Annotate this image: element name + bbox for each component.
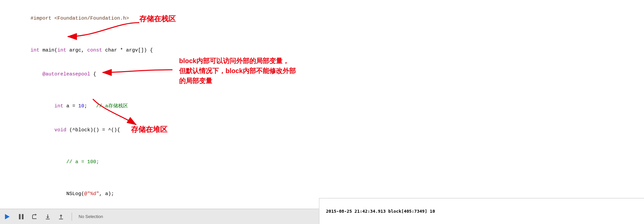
pause-icon: [18, 213, 24, 220]
code-token: // a = 100;: [66, 159, 99, 165]
code-area: #import <Foundation/Foundation.h> int ma…: [0, 0, 644, 209]
console-area: 2015-08-25 21:42:34.913 block[405:7349] …: [319, 198, 644, 224]
pause-button[interactable]: [17, 213, 25, 221]
code-token: NSLog(: [31, 191, 84, 197]
toolbar-separator: [72, 213, 72, 221]
code-token: [31, 127, 54, 133]
no-selection-label: No Selection: [79, 214, 103, 219]
code-token: const: [87, 48, 102, 53]
code-line-8: [7, 142, 637, 150]
step-over-icon: [31, 213, 38, 220]
code-token: @autoreleasepool: [42, 71, 90, 77]
code-token: [31, 103, 54, 109]
code-token: int: [57, 48, 66, 53]
svg-marker-6: [46, 217, 49, 218]
code-line-1: #import <Foundation/Foundation.h>: [7, 7, 637, 31]
code-token: @"%d": [84, 191, 99, 197]
step-out-button[interactable]: [57, 213, 65, 221]
code-token: 10: [78, 103, 84, 109]
code-line-2: [7, 31, 637, 39]
svg-rect-2: [22, 214, 24, 219]
play-button[interactable]: [4, 213, 12, 221]
code-token: [31, 159, 66, 165]
code-token: int: [54, 103, 63, 109]
step-over-button[interactable]: [31, 213, 38, 221]
code-token: argc,: [66, 48, 87, 53]
code-line-7: void (^block)() = ^(){: [7, 118, 637, 142]
svg-marker-9: [60, 214, 62, 216]
step-out-icon: [58, 213, 64, 220]
code-content: #import <Foundation/Foundation.h> int ma…: [0, 3, 644, 209]
play-icon: [5, 214, 10, 219]
step-into-button[interactable]: [44, 213, 52, 221]
code-line-10: [7, 174, 637, 182]
svg-rect-1: [19, 214, 21, 219]
code-token: , a);: [99, 191, 114, 197]
step-into-icon: [44, 213, 51, 220]
console-output: 2015-08-25 21:42:34.913 block[405:7349] …: [326, 209, 435, 214]
code-token: main(: [39, 48, 57, 53]
code-token: (^block)() = ^(){: [66, 127, 120, 133]
code-line-5: [7, 86, 637, 94]
code-token: // a存储栈区: [87, 103, 128, 109]
code-token: #import <Foundation/Foundation.h>: [31, 16, 129, 21]
code-token: void: [54, 127, 66, 133]
code-line-3: int main(int argc, const char * argv[]) …: [7, 39, 637, 62]
code-token: a =: [63, 103, 78, 109]
code-token: {: [90, 71, 96, 77]
code-line-9: // a = 100;: [7, 150, 637, 174]
code-line-4: @autoreleasepool {: [7, 62, 637, 86]
code-token: char * argv[]) {: [102, 48, 153, 53]
code-token: [31, 71, 42, 77]
code-token: int: [31, 48, 39, 53]
code-token: ;: [84, 103, 87, 109]
svg-marker-3: [35, 214, 37, 216]
main-container: #import <Foundation/Foundation.h> int ma…: [0, 0, 644, 224]
code-line-6: int a = 10; // a存储栈区: [7, 94, 637, 118]
